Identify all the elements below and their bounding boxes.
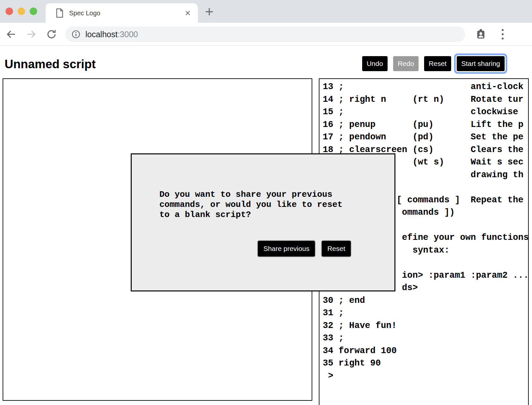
header-actions: Undo Redo Reset Start sharing xyxy=(362,56,505,71)
zoom-traffic-light[interactable] xyxy=(30,8,37,15)
plus-icon[interactable] xyxy=(204,7,214,17)
dialog-buttons: Share previous Reset xyxy=(257,240,351,257)
kebab-menu-icon[interactable] xyxy=(495,27,510,41)
dialog-reset-button[interactable]: Reset xyxy=(321,240,351,257)
url-port: :3000 xyxy=(118,30,138,39)
profile-badge-icon[interactable] xyxy=(474,27,488,41)
reload-icon[interactable] xyxy=(44,27,59,41)
traffic-lights xyxy=(6,8,37,15)
redo-button[interactable]: Redo xyxy=(393,56,419,71)
back-arrow-icon[interactable] xyxy=(4,27,18,41)
share-dialog: Do you want to share your previous comma… xyxy=(131,153,395,291)
undo-button[interactable]: Undo xyxy=(362,56,388,71)
dialog-message: Do you want to share your previous comma… xyxy=(159,190,343,220)
tab-title: Spec Logo xyxy=(69,9,100,17)
browser-tab[interactable]: Spec Logo xyxy=(46,3,198,23)
browser-toolbar: localhost:3000 xyxy=(0,23,532,46)
reset-button[interactable]: Reset xyxy=(424,56,451,71)
browser-tab-strip: Spec Logo xyxy=(0,0,532,23)
close-icon[interactable] xyxy=(185,10,191,16)
forward-arrow-icon[interactable] xyxy=(24,27,38,41)
document-icon xyxy=(56,8,63,18)
minimize-traffic-light[interactable] xyxy=(18,8,25,15)
share-previous-button[interactable]: Share previous xyxy=(257,240,316,257)
start-sharing-button[interactable]: Start sharing xyxy=(457,56,505,71)
address-bar[interactable]: localhost:3000 xyxy=(65,26,465,42)
page-title: Unnamed script xyxy=(5,57,96,71)
info-icon[interactable] xyxy=(72,30,80,39)
close-traffic-light[interactable] xyxy=(6,8,13,15)
url-text: localhost:3000 xyxy=(85,30,138,39)
url-host: localhost xyxy=(85,30,118,39)
